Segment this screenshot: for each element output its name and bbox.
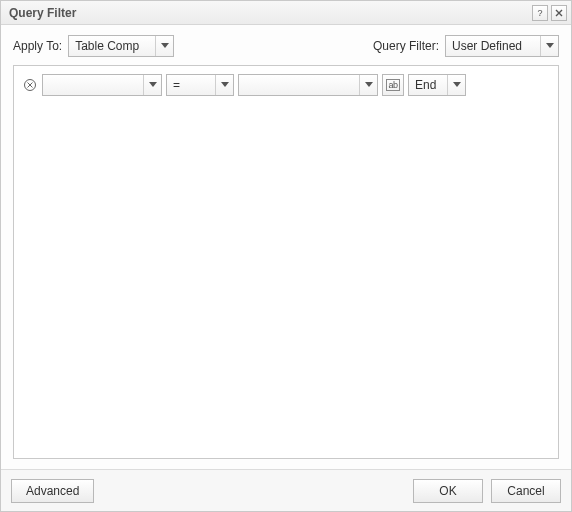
ok-button[interactable]: OK xyxy=(413,479,483,503)
cancel-button-label: Cancel xyxy=(507,484,544,498)
dialog-title: Query Filter xyxy=(9,6,529,20)
operator-value: = xyxy=(167,78,215,92)
help-button[interactable]: ? xyxy=(532,5,548,21)
chevron-down-icon xyxy=(447,75,465,95)
svg-text:?: ? xyxy=(537,8,542,18)
remove-condition-button[interactable] xyxy=(22,77,38,93)
filter-conditions-area: = ab End xyxy=(13,65,559,459)
query-filter-label: Query Filter: xyxy=(373,39,439,53)
top-controls: Apply To: Table Comp Query Filter: User … xyxy=(1,25,571,65)
query-filter-dialog: Query Filter ? Apply To: Table Comp Quer… xyxy=(0,0,572,512)
ok-button-label: OK xyxy=(439,484,456,498)
operator-dropdown[interactable]: = xyxy=(166,74,234,96)
chevron-down-icon xyxy=(359,75,377,95)
apply-to-value: Table Comp xyxy=(69,39,155,53)
chevron-down-icon xyxy=(143,75,161,95)
close-button[interactable] xyxy=(551,5,567,21)
apply-to-dropdown[interactable]: Table Comp xyxy=(68,35,174,57)
advanced-button-label: Advanced xyxy=(26,484,79,498)
dialog-footer: Advanced OK Cancel xyxy=(1,469,571,511)
apply-to-label: Apply To: xyxy=(13,39,62,53)
query-filter-value: User Defined xyxy=(446,39,540,53)
chevron-down-icon xyxy=(540,36,558,56)
logic-dropdown[interactable]: End xyxy=(408,74,466,96)
field-dropdown[interactable] xyxy=(42,74,162,96)
query-filter-dropdown[interactable]: User Defined xyxy=(445,35,559,57)
chevron-down-icon xyxy=(155,36,173,56)
case-label: ab xyxy=(386,79,399,91)
advanced-button[interactable]: Advanced xyxy=(11,479,94,503)
chevron-down-icon xyxy=(215,75,233,95)
filter-condition-row: = ab End xyxy=(22,74,550,96)
cancel-button[interactable]: Cancel xyxy=(491,479,561,503)
value-dropdown[interactable] xyxy=(238,74,378,96)
case-sensitivity-button[interactable]: ab xyxy=(382,74,404,96)
titlebar: Query Filter ? xyxy=(1,1,571,25)
logic-value: End xyxy=(409,78,447,92)
